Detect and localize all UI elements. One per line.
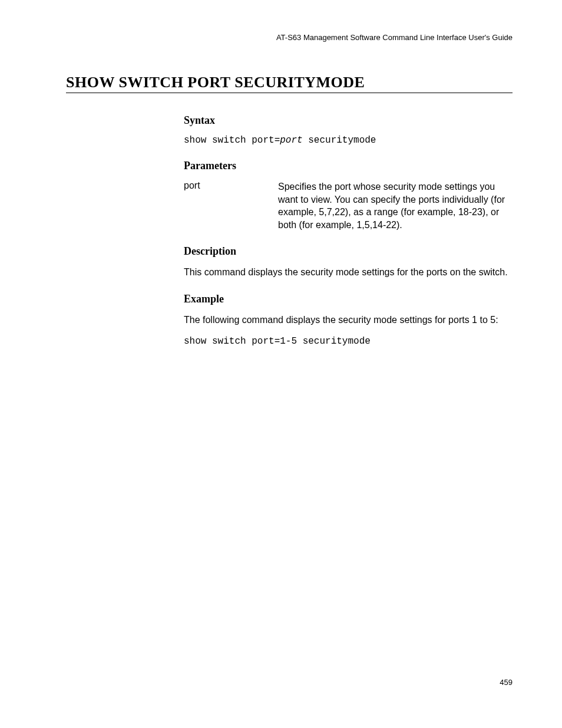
example-intro: The following command displays the secur…	[184, 314, 513, 327]
parameters-heading: Parameters	[184, 160, 513, 172]
parameter-description: Specifies the port whose security mode s…	[278, 180, 513, 231]
page-title: SHOW SWITCH PORT SECURITYMODE	[66, 74, 513, 93]
example-heading: Example	[184, 293, 513, 305]
page-container: AT-S63 Management Software Command Line …	[0, 0, 562, 728]
page-number: 459	[500, 678, 513, 687]
syntax-heading: Syntax	[184, 114, 513, 127]
syntax-command: show switch port=port securitymode	[184, 135, 513, 146]
description-heading: Description	[184, 245, 513, 258]
parameter-row: port Specifies the port whose security m…	[184, 180, 513, 231]
syntax-prefix: show switch port=	[184, 135, 280, 146]
syntax-suffix: securitymode	[303, 135, 376, 146]
example-code: show switch port=1-5 securitymode	[184, 336, 513, 347]
description-text: This command displays the security mode …	[184, 266, 513, 279]
running-header: AT-S63 Management Software Command Line …	[66, 33, 513, 42]
syntax-italic-param: port	[280, 135, 302, 146]
parameter-name: port	[184, 180, 278, 231]
content-area: Syntax show switch port=port securitymod…	[184, 114, 513, 347]
